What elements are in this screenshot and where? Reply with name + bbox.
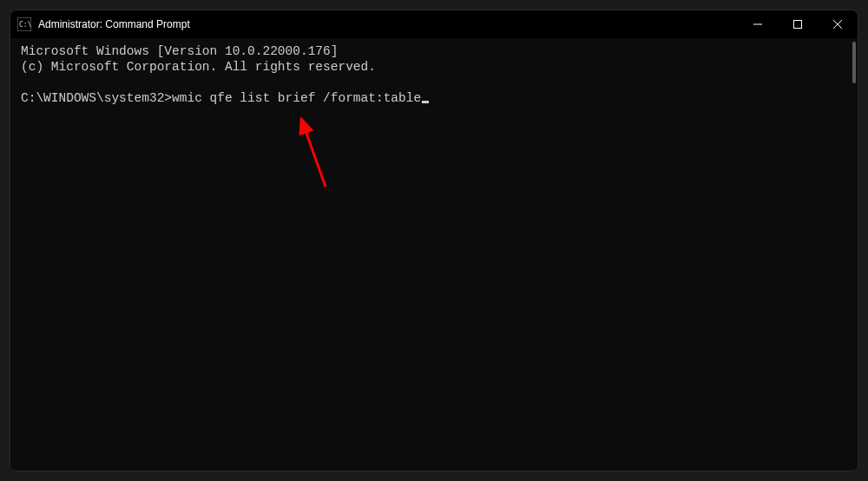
terminal-output-line: Microsoft Windows [Version 10.0.22000.17… — [21, 43, 847, 59]
cursor — [422, 101, 429, 103]
terminal-output-line: (c) Microsoft Corporation. All rights re… — [21, 59, 847, 75]
window-controls — [738, 10, 858, 38]
scrollbar-track[interactable] — [851, 38, 858, 471]
svg-rect-3 — [794, 21, 802, 29]
scrollbar-thumb[interactable] — [852, 42, 856, 83]
minimize-button[interactable] — [738, 10, 778, 38]
svg-text:C:\: C:\ — [19, 21, 31, 29]
prompt-text: C:\WINDOWS\system32> — [21, 91, 172, 105]
terminal-body[interactable]: Microsoft Windows [Version 10.0.22000.17… — [10, 38, 858, 471]
cmd-icon: C:\ — [17, 17, 31, 31]
terminal-blank-line — [21, 75, 847, 90]
maximize-button[interactable] — [778, 10, 818, 38]
close-button[interactable] — [818, 10, 858, 38]
titlebar[interactable]: C:\ Administrator: Command Prompt — [10, 10, 858, 38]
command-prompt-window: C:\ Administrator: Command Prompt Micros… — [10, 10, 858, 471]
terminal-prompt-line: C:\WINDOWS\system32>wmic qfe list brief … — [21, 90, 847, 106]
command-text: wmic qfe list brief /format:table — [172, 91, 421, 105]
window-title: Administrator: Command Prompt — [38, 18, 738, 30]
